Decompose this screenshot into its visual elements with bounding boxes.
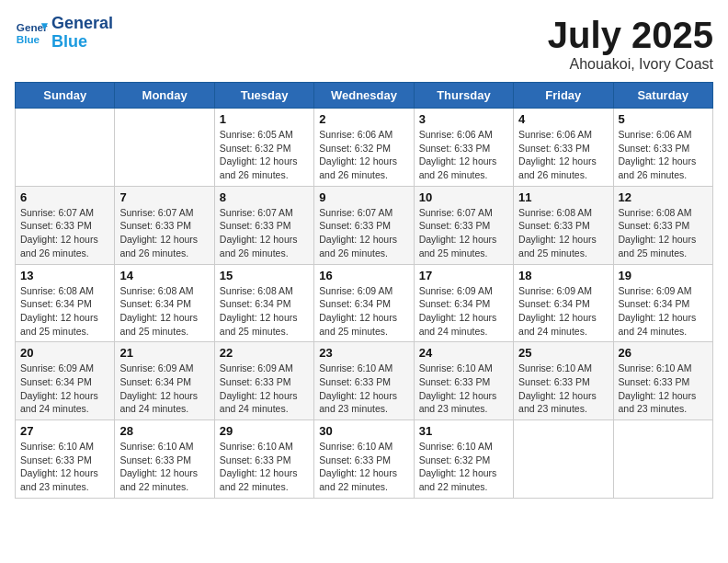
subtitle: Ahouakoi, Ivory Coast <box>548 56 713 73</box>
calendar-cell: 27Sunrise: 6:10 AMSunset: 6:33 PMDayligh… <box>16 420 115 499</box>
logo-text-line1: General <box>51 15 113 33</box>
day-detail: Sunrise: 6:05 AMSunset: 6:32 PMDaylight:… <box>220 128 309 182</box>
calendar-cell: 6Sunrise: 6:07 AMSunset: 6:33 PMDaylight… <box>16 186 115 264</box>
day-header-sunday: Sunday <box>16 83 115 109</box>
day-number: 16 <box>319 269 408 282</box>
day-number: 17 <box>419 269 508 282</box>
day-header-thursday: Thursday <box>414 83 513 109</box>
calendar-table: SundayMondayTuesdayWednesdayThursdayFrid… <box>15 82 713 499</box>
day-detail: Sunrise: 6:08 AMSunset: 6:34 PMDaylight:… <box>20 284 109 339</box>
calendar-week-1: 1Sunrise: 6:05 AMSunset: 6:32 PMDaylight… <box>16 109 713 187</box>
day-detail: Sunrise: 6:06 AMSunset: 6:33 PMDaylight:… <box>419 128 508 182</box>
day-detail: Sunrise: 6:08 AMSunset: 6:33 PMDaylight:… <box>518 206 608 260</box>
calendar-cell: 29Sunrise: 6:10 AMSunset: 6:33 PMDayligh… <box>214 420 313 499</box>
day-number: 30 <box>319 424 408 438</box>
calendar-cell: 8Sunrise: 6:07 AMSunset: 6:33 PMDaylight… <box>214 186 313 264</box>
day-detail: Sunrise: 6:07 AMSunset: 6:33 PMDaylight:… <box>419 206 508 260</box>
calendar-cell: 2Sunrise: 6:06 AMSunset: 6:32 PMDaylight… <box>314 109 414 187</box>
calendar-cell: 30Sunrise: 6:10 AMSunset: 6:33 PMDayligh… <box>314 420 414 499</box>
day-detail: Sunrise: 6:09 AMSunset: 6:33 PMDaylight:… <box>220 362 309 416</box>
calendar-cell: 10Sunrise: 6:07 AMSunset: 6:33 PMDayligh… <box>414 186 513 264</box>
day-detail: Sunrise: 6:06 AMSunset: 6:32 PMDaylight:… <box>319 128 408 182</box>
calendar-cell: 9Sunrise: 6:07 AMSunset: 6:33 PMDaylight… <box>314 186 414 264</box>
day-number: 27 <box>20 424 109 438</box>
calendar-cell <box>514 420 613 499</box>
day-number: 8 <box>220 190 309 204</box>
calendar-cell <box>613 420 712 499</box>
calendar-cell: 31Sunrise: 6:10 AMSunset: 6:32 PMDayligh… <box>414 420 513 499</box>
day-number: 13 <box>20 269 109 282</box>
day-detail: Sunrise: 6:09 AMSunset: 6:34 PMDaylight:… <box>518 284 608 339</box>
calendar-cell <box>16 109 115 187</box>
calendar-cell: 13Sunrise: 6:08 AMSunset: 6:34 PMDayligh… <box>16 264 115 342</box>
day-detail: Sunrise: 6:10 AMSunset: 6:33 PMDaylight:… <box>220 440 309 494</box>
calendar-cell: 25Sunrise: 6:10 AMSunset: 6:33 PMDayligh… <box>514 342 613 420</box>
day-number: 3 <box>419 112 508 126</box>
day-number: 12 <box>619 190 708 204</box>
day-detail: Sunrise: 6:07 AMSunset: 6:33 PMDaylight:… <box>319 206 408 260</box>
calendar-header-row: SundayMondayTuesdayWednesdayThursdayFrid… <box>16 83 713 109</box>
calendar-cell: 11Sunrise: 6:08 AMSunset: 6:33 PMDayligh… <box>514 186 613 264</box>
calendar-cell: 15Sunrise: 6:08 AMSunset: 6:34 PMDayligh… <box>214 264 313 342</box>
day-detail: Sunrise: 6:09 AMSunset: 6:34 PMDaylight:… <box>119 362 209 416</box>
day-detail: Sunrise: 6:08 AMSunset: 6:34 PMDaylight:… <box>220 284 309 339</box>
calendar-cell: 7Sunrise: 6:07 AMSunset: 6:33 PMDaylight… <box>115 186 214 264</box>
day-number: 19 <box>619 269 708 282</box>
day-number: 4 <box>518 112 608 126</box>
day-header-friday: Friday <box>514 83 613 109</box>
calendar-week-3: 13Sunrise: 6:08 AMSunset: 6:34 PMDayligh… <box>16 264 713 342</box>
day-header-saturday: Saturday <box>613 83 712 109</box>
day-number: 20 <box>20 346 109 360</box>
calendar-cell: 14Sunrise: 6:08 AMSunset: 6:34 PMDayligh… <box>115 264 214 342</box>
day-detail: Sunrise: 6:07 AMSunset: 6:33 PMDaylight:… <box>20 206 109 260</box>
calendar-cell: 3Sunrise: 6:06 AMSunset: 6:33 PMDaylight… <box>414 109 513 187</box>
day-detail: Sunrise: 6:06 AMSunset: 6:33 PMDaylight:… <box>518 128 608 182</box>
svg-text:Blue: Blue <box>17 33 40 45</box>
title-area: July 2025 Ahouakoi, Ivory Coast <box>548 15 713 73</box>
day-detail: Sunrise: 6:07 AMSunset: 6:33 PMDaylight:… <box>220 206 309 260</box>
day-number: 29 <box>220 424 309 438</box>
day-detail: Sunrise: 6:09 AMSunset: 6:34 PMDaylight:… <box>619 284 708 339</box>
calendar-cell: 17Sunrise: 6:09 AMSunset: 6:34 PMDayligh… <box>414 264 513 342</box>
calendar-cell: 18Sunrise: 6:09 AMSunset: 6:34 PMDayligh… <box>514 264 613 342</box>
calendar-cell: 16Sunrise: 6:09 AMSunset: 6:34 PMDayligh… <box>314 264 414 342</box>
calendar-cell: 5Sunrise: 6:06 AMSunset: 6:33 PMDaylight… <box>613 109 712 187</box>
day-detail: Sunrise: 6:06 AMSunset: 6:33 PMDaylight:… <box>619 128 708 182</box>
day-number: 22 <box>220 346 309 360</box>
day-detail: Sunrise: 6:10 AMSunset: 6:33 PMDaylight:… <box>619 362 708 416</box>
calendar-cell: 26Sunrise: 6:10 AMSunset: 6:33 PMDayligh… <box>613 342 712 420</box>
day-header-tuesday: Tuesday <box>214 83 313 109</box>
day-detail: Sunrise: 6:10 AMSunset: 6:33 PMDaylight:… <box>20 440 109 494</box>
day-detail: Sunrise: 6:09 AMSunset: 6:34 PMDaylight:… <box>419 284 508 339</box>
day-detail: Sunrise: 6:09 AMSunset: 6:34 PMDaylight:… <box>319 284 408 339</box>
day-number: 24 <box>419 346 508 360</box>
logo-icon: General Blue <box>15 17 48 50</box>
calendar-cell: 4Sunrise: 6:06 AMSunset: 6:33 PMDaylight… <box>514 109 613 187</box>
calendar-cell: 21Sunrise: 6:09 AMSunset: 6:34 PMDayligh… <box>115 342 214 420</box>
day-number: 9 <box>319 190 408 204</box>
day-detail: Sunrise: 6:10 AMSunset: 6:33 PMDaylight:… <box>518 362 608 416</box>
calendar-cell: 28Sunrise: 6:10 AMSunset: 6:33 PMDayligh… <box>115 420 214 499</box>
day-number: 18 <box>518 269 608 282</box>
logo-text-line2: Blue <box>51 33 113 52</box>
day-number: 11 <box>518 190 608 204</box>
calendar-cell: 20Sunrise: 6:09 AMSunset: 6:34 PMDayligh… <box>16 342 115 420</box>
day-number: 14 <box>119 269 209 282</box>
day-number: 5 <box>619 112 708 126</box>
calendar-cell: 23Sunrise: 6:10 AMSunset: 6:33 PMDayligh… <box>314 342 414 420</box>
day-detail: Sunrise: 6:10 AMSunset: 6:33 PMDaylight:… <box>119 440 209 494</box>
day-number: 1 <box>220 112 309 126</box>
calendar-week-2: 6Sunrise: 6:07 AMSunset: 6:33 PMDaylight… <box>16 186 713 264</box>
day-number: 7 <box>119 190 209 204</box>
day-number: 28 <box>119 424 209 438</box>
day-detail: Sunrise: 6:10 AMSunset: 6:33 PMDaylight:… <box>419 362 508 416</box>
day-number: 10 <box>419 190 508 204</box>
logo: General Blue General Blue <box>15 15 113 52</box>
day-number: 21 <box>119 346 209 360</box>
main-title: July 2025 <box>548 15 713 56</box>
day-number: 25 <box>518 346 608 360</box>
calendar-cell: 19Sunrise: 6:09 AMSunset: 6:34 PMDayligh… <box>613 264 712 342</box>
calendar-week-4: 20Sunrise: 6:09 AMSunset: 6:34 PMDayligh… <box>16 342 713 420</box>
day-number: 31 <box>419 424 508 438</box>
calendar-cell: 24Sunrise: 6:10 AMSunset: 6:33 PMDayligh… <box>414 342 513 420</box>
